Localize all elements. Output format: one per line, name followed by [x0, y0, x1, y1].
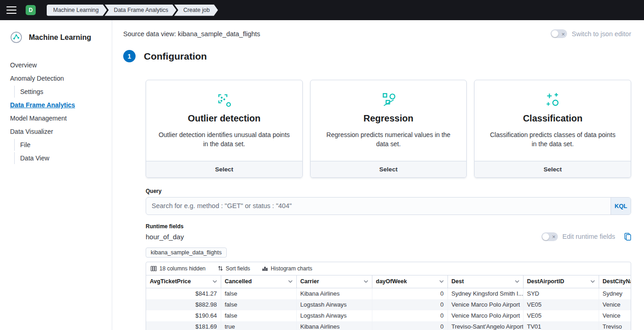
histogram-charts-label: Histogram charts: [271, 265, 312, 272]
sidebar-item-overview[interactable]: Overview: [10, 59, 104, 71]
grid-cell[interactable]: $841.27: [146, 288, 221, 299]
grid-scroll-area[interactable]: AvgTicketPriceCancelledCarrierdayOfWeekD…: [146, 275, 631, 330]
grid-cell[interactable]: Sydney: [599, 288, 631, 299]
edit-runtime-fields-toggle[interactable]: ×: [541, 232, 558, 241]
query-bar: KQL: [146, 197, 631, 215]
switch-json-editor-label: Switch to json editor: [572, 30, 631, 38]
histogram-charts-button[interactable]: Histogram charts: [262, 265, 312, 272]
card-body: Outlier detection Outlier detection iden…: [146, 80, 302, 161]
chevron-down-icon[interactable]: [515, 280, 519, 283]
column-header-destcityname[interactable]: DestCityName: [599, 275, 631, 288]
card-classification[interactable]: Classification Classification predicts c…: [474, 80, 631, 178]
sidebar-title: Machine Learning: [29, 33, 91, 42]
sidebar-item-anomaly-detection[interactable]: Anomaly Detection: [10, 72, 104, 84]
space-avatar[interactable]: D: [26, 5, 36, 15]
kql-button[interactable]: KQL: [611, 198, 631, 214]
sidebar-nav: Overview Anomaly Detection Settings Data…: [10, 59, 104, 164]
column-header-carrier[interactable]: Carrier: [296, 275, 372, 288]
sidebar-item-model-management[interactable]: Model Management: [10, 112, 104, 124]
grid-cell[interactable]: Treviso: [599, 321, 631, 330]
results-table: AvgTicketPriceCancelledCarrierdayOfWeekD…: [146, 275, 631, 330]
column-header-dest[interactable]: Dest: [448, 275, 523, 288]
sidebar-item-settings[interactable]: Settings: [14, 86, 104, 98]
column-header-destairportid[interactable]: DestAirportID: [523, 275, 599, 288]
select-outlier-detection-button[interactable]: Select: [146, 161, 302, 177]
breadcrumb-item-machine-learning[interactable]: Machine Learning: [47, 5, 107, 16]
grid-cell[interactable]: 0: [372, 310, 448, 321]
card-description: Classification predicts classes of data …: [486, 130, 619, 149]
breadcrumb-item-data-frame-analytics[interactable]: Data Frame Analytics: [104, 5, 176, 16]
grid-cell[interactable]: TV01: [523, 321, 599, 330]
grid-cell[interactable]: true: [221, 321, 296, 330]
select-regression-button[interactable]: Select: [311, 161, 467, 177]
grid-cell[interactable]: Sydney Kingsford Smith I...: [448, 288, 523, 299]
sort-fields-button[interactable]: Sort fields: [218, 265, 250, 272]
sort-icon: [218, 265, 223, 271]
page-title: Configuration: [144, 51, 207, 62]
grid-cell[interactable]: 0: [372, 288, 448, 299]
json-editor-toggle[interactable]: ×: [551, 29, 567, 38]
card-description: Regression predicts numerical values in …: [322, 130, 455, 149]
grid-cell[interactable]: Venice: [599, 310, 631, 321]
chevron-down-icon[interactable]: [439, 280, 444, 283]
chevron-down-icon[interactable]: [364, 280, 368, 283]
chevron-down-icon[interactable]: [288, 280, 293, 283]
column-label: DestCityName: [603, 278, 631, 285]
toggle-thumb: [551, 30, 558, 37]
grid-cell[interactable]: false: [221, 299, 296, 310]
sidebar-header: Machine Learning: [10, 31, 104, 44]
column-label: Cancelled: [225, 278, 252, 285]
runtime-field-value: hour_of_day: [146, 233, 184, 241]
sidebar-item-data-frame-analytics[interactable]: Data Frame Analytics: [10, 99, 104, 111]
sidebar-item-data-view[interactable]: Data View: [14, 152, 104, 164]
grid-cell[interactable]: false: [221, 288, 296, 299]
grid-cell[interactable]: Logstash Airways: [296, 310, 372, 321]
column-header-avgticketprice[interactable]: AvgTicketPrice: [146, 275, 221, 288]
table-row: $882.98falseLogstash Airways0Venice Marc…: [146, 299, 631, 310]
select-classification-button[interactable]: Select: [475, 161, 631, 177]
table-row: $181.69trueKibana Airlines0Treviso-Sant'…: [146, 321, 631, 330]
card-title: Outlier detection: [158, 113, 290, 124]
chevron-down-icon[interactable]: [590, 280, 595, 283]
grid-cell[interactable]: Logstash Airways: [296, 299, 372, 310]
grid-cell[interactable]: Venice Marco Polo Airport: [448, 310, 523, 321]
sidebar-item-data-visualizer[interactable]: Data Visualizer: [10, 126, 104, 138]
column-label: DestAirportID: [527, 278, 564, 285]
grid-cell[interactable]: 0: [372, 321, 448, 330]
card-regression[interactable]: Regression Regression predicts numerical…: [310, 80, 467, 178]
grid-cell[interactable]: false: [221, 310, 296, 321]
grid-cell[interactable]: Treviso-Sant'Angelo Airport: [448, 321, 523, 330]
column-header-dayofweek[interactable]: dayOfWeek: [372, 275, 448, 288]
grid-cell[interactable]: Venice Marco Polo Airport: [448, 299, 523, 310]
grid-cell[interactable]: VE05: [523, 299, 599, 310]
grid-cell[interactable]: Kibana Airlines: [296, 288, 372, 299]
runtime-fields-row: hour_of_day × Edit runtime fields: [146, 232, 631, 241]
sort-fields-label: Sort fields: [226, 265, 250, 272]
grid-cell[interactable]: Venice: [599, 299, 631, 310]
grid-cell[interactable]: Kibana Airlines: [296, 321, 372, 330]
menu-icon[interactable]: [6, 6, 16, 14]
edit-runtime-fields-label: Edit runtime fields: [562, 233, 615, 240]
query-section: Query KQL: [146, 188, 631, 215]
columns-hidden-button[interactable]: 18 columns hidden: [151, 265, 206, 272]
card-outlier-detection[interactable]: Outlier detection Outlier detection iden…: [146, 80, 303, 178]
grid-cell[interactable]: $882.98: [146, 299, 221, 310]
table-body: $841.27falseKibana Airlines0Sydney Kings…: [146, 288, 631, 330]
breadcrumb-item-create-job: Create job: [174, 5, 218, 16]
grid-cell[interactable]: SYD: [523, 288, 599, 299]
grid-cell[interactable]: VE05: [523, 310, 599, 321]
runtime-fields-label: Runtime fields: [146, 223, 631, 230]
step-number-badge: 1: [123, 50, 136, 62]
search-input[interactable]: [146, 197, 631, 215]
card-body: Classification Classification predicts c…: [475, 80, 631, 161]
sidebar-item-file[interactable]: File: [14, 139, 104, 151]
query-label: Query: [146, 188, 631, 194]
grid-cell[interactable]: 0: [372, 299, 448, 310]
column-header-cancelled[interactable]: Cancelled: [221, 275, 296, 288]
toggle-off-icon: ×: [552, 234, 556, 240]
grid-cell[interactable]: $181.69: [146, 321, 221, 330]
chevron-down-icon[interactable]: [213, 280, 217, 283]
grid-toolbar: 18 columns hidden Sort fields: [146, 262, 631, 275]
grid-cell[interactable]: $190.64: [146, 310, 221, 321]
copy-clipboard-icon[interactable]: [624, 233, 631, 241]
